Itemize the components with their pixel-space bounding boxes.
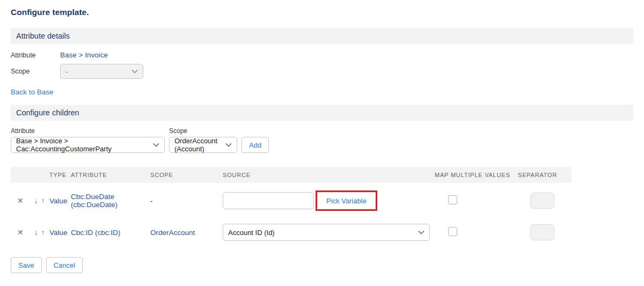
col-header-scope: SCOPE xyxy=(150,172,223,178)
table-header-row: TYPE ATTRIBUTE SCOPE SOURCE MAP MULTIPLE… xyxy=(11,167,572,183)
chevron-down-icon xyxy=(131,69,138,74)
chevron-down-icon xyxy=(153,143,159,147)
attribute-label: Attribute xyxy=(11,52,60,59)
cancel-button[interactable]: Cancel xyxy=(46,257,83,273)
attribute-details-section-header: Attribute details xyxy=(11,28,633,44)
map-multiple-values-checkbox[interactable] xyxy=(448,227,457,236)
child-scope-select-value: OrderAccount (Account) xyxy=(174,137,223,153)
attribute-details-title: Attribute details xyxy=(16,32,70,40)
back-to-base-link[interactable]: Back to Base xyxy=(11,88,54,96)
remove-row-icon[interactable]: ✕ xyxy=(16,196,25,205)
page-title: Configure template. xyxy=(11,8,633,17)
source-variable-select-value: Account ID (Id) xyxy=(228,229,275,237)
col-header-separator: SEPARATOR xyxy=(518,172,572,178)
children-table: TYPE ATTRIBUTE SCOPE SOURCE MAP MULTIPLE… xyxy=(11,167,572,242)
footer-actions: Save Cancel xyxy=(11,257,633,273)
scope-label: Scope xyxy=(11,68,60,75)
table-row: ✕ ↓ ↑ Value Cbc:ID (cbc:ID) OrderAccount… xyxy=(11,223,572,242)
move-up-icon[interactable]: ↑ xyxy=(41,196,46,205)
chevron-down-icon xyxy=(418,230,425,234)
move-down-icon[interactable]: ↓ xyxy=(33,196,39,205)
child-attribute-select[interactable]: Base > Invoice > Cac:AccountingCustomerP… xyxy=(11,137,165,153)
table-row: ✕ ↓ ↑ Value Cbc:DueDate (cbc:DueDate) - … xyxy=(11,190,572,211)
source-value-input[interactable] xyxy=(223,192,314,209)
scope-select[interactable]: - xyxy=(60,64,143,79)
move-up-icon[interactable]: ↑ xyxy=(41,228,46,237)
row-type: Value xyxy=(49,197,71,205)
attribute-value: Base > Invoice xyxy=(60,51,108,59)
separator-input xyxy=(530,224,554,240)
source-variable-select[interactable]: Account ID (Id) xyxy=(223,224,430,241)
col-header-source: SOURCE xyxy=(223,172,435,178)
configure-children-section-header: Configure children xyxy=(11,105,633,121)
row-scope: OrderAccount xyxy=(150,229,223,237)
row-scope: - xyxy=(150,197,223,205)
add-button[interactable]: Add xyxy=(241,137,269,153)
child-attribute-select-value: Base > Invoice > Cac:AccountingCustomerP… xyxy=(16,137,149,153)
remove-row-icon[interactable]: ✕ xyxy=(16,228,25,237)
row-attribute: Cbc:ID (cbc:ID) xyxy=(71,229,150,237)
chevron-down-icon xyxy=(225,143,232,147)
child-scope-field: Scope OrderAccount (Account) xyxy=(169,127,237,153)
highlight-annotation-box: Pick Variable xyxy=(316,190,377,211)
add-child-controls: Attribute Base > Invoice > Cac:Accountin… xyxy=(11,127,633,153)
scope-row: Scope - xyxy=(11,64,633,79)
col-header-map-multiple: MAP MULTIPLE VALUES xyxy=(435,172,518,178)
save-button[interactable]: Save xyxy=(11,257,42,273)
col-header-attribute: ATTRIBUTE xyxy=(71,172,150,178)
scope-select-value: - xyxy=(65,68,68,76)
configure-children-title: Configure children xyxy=(16,108,79,117)
map-multiple-values-checkbox[interactable] xyxy=(448,195,457,204)
child-scope-select[interactable]: OrderAccount (Account) xyxy=(169,137,237,153)
row-type: Value xyxy=(49,229,71,237)
row-attribute: Cbc:DueDate (cbc:DueDate) xyxy=(71,193,150,209)
separator-input xyxy=(530,193,554,209)
attribute-row: Attribute Base > Invoice xyxy=(11,51,633,59)
child-attribute-label: Attribute xyxy=(11,127,165,135)
child-scope-label: Scope xyxy=(169,127,237,135)
pick-variable-button[interactable]: Pick Variable xyxy=(317,192,376,209)
col-header-type: TYPE xyxy=(49,172,71,178)
child-attribute-field: Attribute Base > Invoice > Cac:Accountin… xyxy=(11,127,165,153)
move-down-icon[interactable]: ↓ xyxy=(33,228,39,237)
configure-template-page: Configure template. Attribute details At… xyxy=(0,0,644,286)
